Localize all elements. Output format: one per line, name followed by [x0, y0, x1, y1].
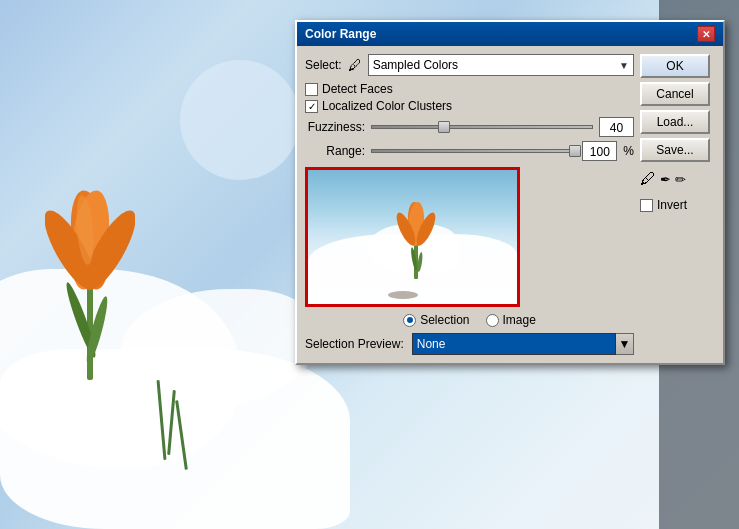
range-percent: %: [623, 144, 634, 158]
fuzziness-section: Fuzziness: 40 Range: 100 %: [305, 117, 634, 161]
dialog-title: Color Range: [305, 27, 376, 41]
fuzziness-slider-track[interactable]: [371, 125, 593, 129]
chevron-down-icon: ▼: [619, 60, 629, 71]
select-dropdown[interactable]: Sampled Colors ▼: [368, 54, 634, 76]
invert-label: Invert: [657, 198, 687, 212]
close-button[interactable]: ✕: [697, 26, 715, 42]
dialog-titlebar: Color Range ✕: [297, 22, 723, 46]
invert-row: Invert: [640, 198, 715, 212]
eyedropper-icon-third[interactable]: ✏: [675, 172, 686, 187]
range-value[interactable]: 100: [582, 141, 617, 161]
selection-label: Selection: [420, 313, 469, 327]
invert-checkbox[interactable]: [640, 199, 653, 212]
color-range-dialog: Color Range ✕ Select: 🖊 Sampled Colors ▼…: [295, 20, 725, 365]
selection-radio[interactable]: [403, 314, 416, 327]
localized-clusters-checkbox[interactable]: ✓: [305, 100, 318, 113]
preview-value: None: [417, 337, 446, 351]
eyedropper-subtract-icon[interactable]: ✒: [660, 172, 671, 187]
eyedropper-add-icon[interactable]: 🖊: [640, 170, 656, 188]
preview-dropdown-container: None ▼: [412, 333, 634, 355]
chevron-down-icon-preview: ▼: [619, 337, 631, 351]
preview-crocus: [396, 199, 436, 279]
localized-clusters-row: ✓ Localized Color Clusters: [305, 99, 634, 113]
range-slider-track[interactable]: [371, 149, 576, 153]
preview-area: Selection Image Selection Preview: None: [305, 167, 634, 355]
localized-clusters-label: Localized Color Clusters: [322, 99, 452, 113]
detect-faces-label: Detect Faces: [322, 82, 393, 96]
selection-radio-item[interactable]: Selection: [403, 313, 469, 327]
dialog-right-panel: OK Cancel Load... Save... 🖊 ✒ ✏ Invert: [640, 54, 715, 355]
preview-dropdown-arrow-btn[interactable]: ▼: [616, 333, 634, 355]
preview-select-dropdown[interactable]: None: [412, 333, 616, 355]
dialog-left-panel: Select: 🖊 Sampled Colors ▼ Detect Faces …: [305, 54, 634, 355]
fuzziness-label: Fuzziness:: [305, 120, 365, 134]
image-radio[interactable]: [486, 314, 499, 327]
ok-button[interactable]: OK: [640, 54, 710, 78]
save-button[interactable]: Save...: [640, 138, 710, 162]
detect-faces-checkbox[interactable]: [305, 83, 318, 96]
range-row: Range: 100 %: [305, 141, 634, 161]
sampler-icons: 🖊 ✒ ✏: [640, 170, 715, 188]
image-radio-item[interactable]: Image: [486, 313, 536, 327]
radio-row: Selection Image: [305, 313, 634, 327]
detect-faces-row: Detect Faces: [305, 82, 634, 96]
selection-preview-row: Selection Preview: None ▼: [305, 333, 634, 355]
select-row: Select: 🖊 Sampled Colors ▼: [305, 54, 634, 76]
image-label: Image: [503, 313, 536, 327]
preview-label: Selection Preview:: [305, 337, 404, 351]
fuzziness-slider-thumb[interactable]: [438, 121, 450, 133]
fuzziness-value[interactable]: 40: [599, 117, 634, 137]
range-slider-thumb[interactable]: [569, 145, 581, 157]
dialog-content: Select: 🖊 Sampled Colors ▼ Detect Faces …: [297, 46, 723, 363]
range-label: Range:: [305, 144, 365, 158]
select-label: Select:: [305, 58, 342, 72]
eyedropper-icon: 🖊: [348, 57, 362, 73]
select-value: Sampled Colors: [373, 58, 458, 72]
shadow: [388, 291, 418, 299]
preview-image: [305, 167, 520, 307]
fuzziness-row: Fuzziness: 40: [305, 117, 634, 137]
load-button[interactable]: Load...: [640, 110, 710, 134]
cancel-button[interactable]: Cancel: [640, 82, 710, 106]
crocus-flower-left: [45, 160, 135, 380]
